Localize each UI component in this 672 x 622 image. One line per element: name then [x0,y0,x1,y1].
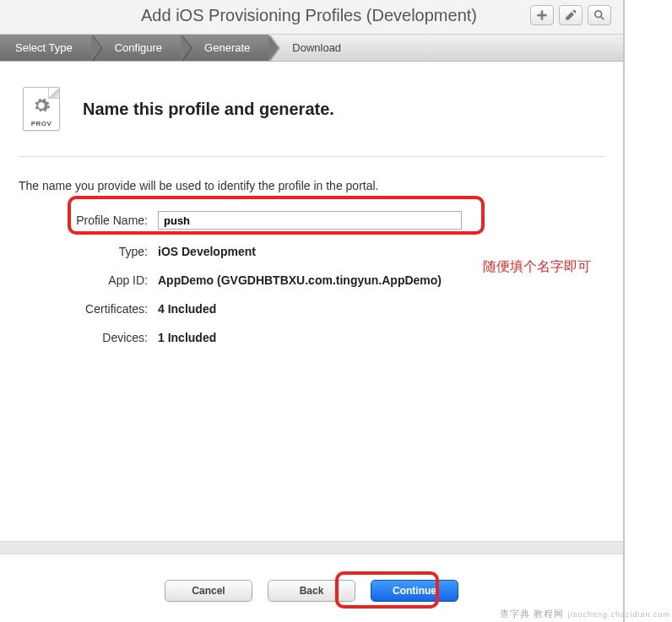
section-heading: Name this profile and generate. [83,100,334,119]
step-select-type[interactable]: Select Type [0,35,91,61]
devices-label: Devices: [19,331,158,344]
help-text: The name you provide will be used to ide… [0,179,623,211]
header-actions [530,5,611,25]
page-header: Add iOS Provisioning Profiles (Developme… [0,0,623,34]
certificates-value: 4 Included [158,302,216,316]
type-label: Type: [19,245,158,258]
appid-value: AppDemo (GVGDHBTBXU.com.tingyun.AppDemo) [158,273,442,287]
search-button[interactable] [588,5,611,25]
divider [19,156,604,157]
provisioning-profile-icon: PROV [20,84,62,134]
step-download[interactable]: Download [268,35,360,61]
certificates-label: Certificates: [19,302,158,316]
profile-form: Profile Name: Type: iOS Development 随便填个… [0,211,623,344]
add-button[interactable] [530,5,554,25]
search-icon [593,9,605,21]
profile-name-input[interactable] [158,211,462,230]
intro-section: PROV Name this profile and generate. [0,62,623,153]
edit-button[interactable] [559,5,583,25]
watermark: 查字典 教程网 jiaocheng.chazidian.com [500,608,670,620]
plus-icon [536,9,548,21]
annotation-text: 随便填个名字即可 [483,258,591,276]
step-configure[interactable]: Configure [91,35,181,61]
appid-label: App ID: [19,273,158,287]
gear-icon [32,96,51,115]
devices-value: 1 Included [158,331,216,344]
edit-icon [565,9,577,21]
type-value: iOS Development [158,245,256,258]
svg-point-0 [595,11,602,18]
profile-name-label: Profile Name: [19,214,158,227]
continue-button[interactable]: Continue [371,580,458,602]
back-button[interactable]: Back [268,580,355,602]
page-title: Add iOS Provisioning Profiles (Developme… [88,6,530,25]
main-content: PROV Name this profile and generate. The… [0,62,623,541]
cancel-button[interactable]: Cancel [165,580,252,602]
step-generate[interactable]: Generate [181,35,268,61]
footer-separator [0,541,623,554]
wizard-steps: Select Type Configure Generate Download [0,34,623,62]
